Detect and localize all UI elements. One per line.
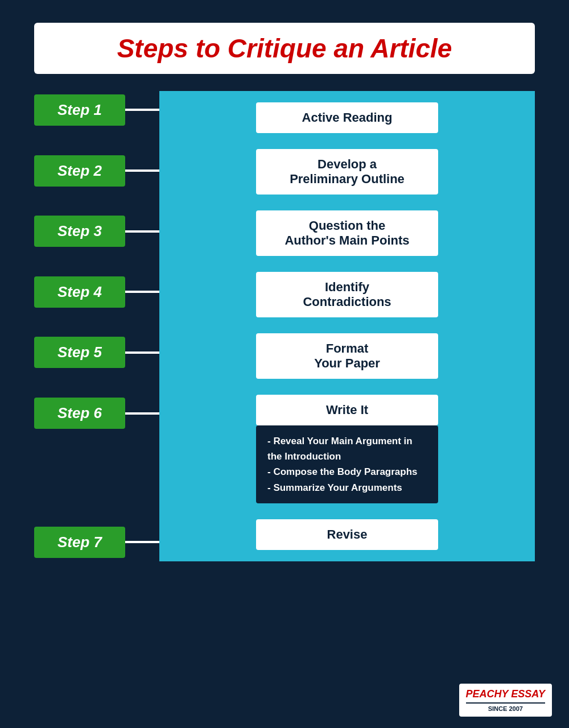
page-title: Steps to Critique an Article	[117, 34, 452, 63]
step-card-1: Active Reading	[256, 102, 438, 133]
connector-6	[125, 412, 159, 415]
step-wrapper-4: Step 4	[34, 276, 159, 308]
step-card-4: Identify Contradictions	[256, 272, 438, 317]
step-badge-6: Step 6	[34, 398, 125, 429]
sub-card-6: - Reveal Your Main Argument in the Intro…	[256, 425, 438, 503]
step-card-3: Question the Author's Main Points	[256, 210, 438, 256]
logo-title: PEACHY ESSAY	[466, 688, 545, 700]
right-panel: Active ReadingDevelop a Preliminary Outl…	[159, 91, 535, 561]
step-badge-3: Step 3	[34, 216, 125, 247]
step-badge-4: Step 4	[34, 276, 125, 308]
step-wrapper-5: Step 5	[34, 337, 159, 368]
step-card-6: Write It	[256, 395, 438, 425]
step-wrapper-2: Step 2	[34, 155, 159, 187]
logo-since: SINCE 2007	[466, 702, 545, 712]
connector-1	[125, 109, 159, 111]
connector-5	[125, 351, 159, 354]
step-badge-7: Step 7	[34, 527, 125, 558]
connector-4	[125, 291, 159, 293]
logo-box: PEACHY ESSAY SINCE 2007	[459, 684, 552, 717]
connector-3	[125, 230, 159, 233]
step-badge-1: Step 1	[34, 94, 125, 126]
steps-column: Step 1Step 2Step 3Step 4Step 5Step 6Step…	[34, 91, 159, 561]
step-wrapper-6: Step 6	[34, 398, 159, 429]
main-content: Step 1Step 2Step 3Step 4Step 5Step 6Step…	[34, 91, 535, 561]
step-card-7: Revise	[256, 519, 438, 550]
step-wrapper-7: Step 7	[34, 527, 159, 558]
connector-7	[125, 541, 159, 543]
step-wrapper-1: Step 1	[34, 94, 159, 126]
step-wrapper-3: Step 3	[34, 216, 159, 247]
connector-2	[125, 169, 159, 172]
step-card-2: Develop a Preliminary Outline	[256, 149, 438, 195]
step-badge-2: Step 2	[34, 155, 125, 187]
title-box: Steps to Critique an Article	[34, 23, 535, 74]
step-card-5: Format Your Paper	[256, 333, 438, 379]
step-badge-5: Step 5	[34, 337, 125, 368]
